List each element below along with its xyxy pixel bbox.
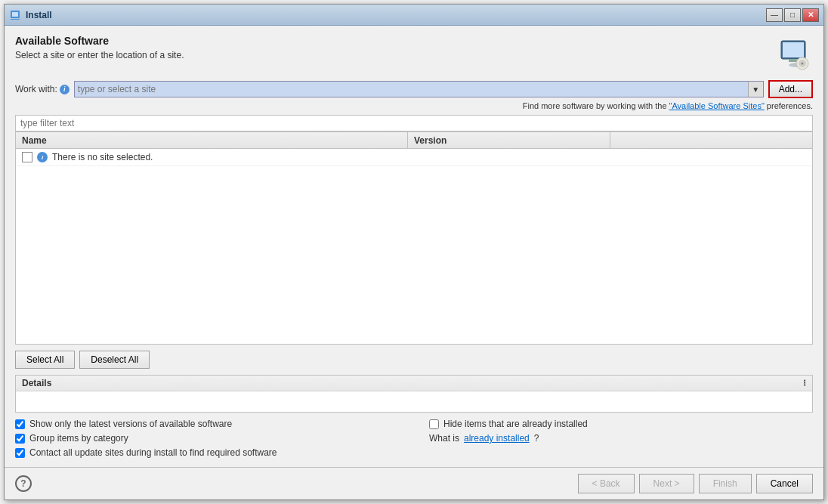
header-section: Available Software Select a site or ente… <box>15 35 813 71</box>
content-area: Available Software Select a site or ente… <box>5 26 823 467</box>
work-with-input[interactable] <box>75 82 748 97</box>
svg-rect-1 <box>12 12 18 17</box>
group-category-label: Group items by category <box>29 433 128 444</box>
prefs-text-before: Find more software by working with the <box>523 101 669 110</box>
what-is-text-after: ? <box>534 433 539 444</box>
table-body: i There is no site selected. <box>16 149 812 344</box>
title-bar-buttons: — □ ✕ <box>766 8 819 22</box>
details-scroll[interactable]: ⁝ <box>803 378 806 388</box>
install-window: Install — □ ✕ Available Software Select … <box>4 4 824 500</box>
help-button[interactable]: ? <box>15 475 32 492</box>
page-title: Available Software <box>15 35 184 47</box>
details-label: Details <box>22 378 51 388</box>
details-header: Details ⁝ <box>16 376 812 391</box>
show-latest-checkbox[interactable] <box>15 419 25 429</box>
finish-button[interactable]: Finish <box>699 474 752 493</box>
maximize-button[interactable]: □ <box>784 8 801 22</box>
close-button[interactable]: ✕ <box>802 8 819 22</box>
page-subtitle: Select a site or enter the location of a… <box>15 50 184 60</box>
filter-input[interactable] <box>15 115 813 131</box>
what-is-installed-row: What is already installed ? <box>429 433 813 444</box>
col-left: Show only the latest versions of availab… <box>15 419 399 458</box>
software-icon <box>777 35 813 71</box>
work-with-input-wrap: ▼ <box>74 81 764 97</box>
group-category-checkbox[interactable] <box>15 434 25 444</box>
software-table: Name Version i There is no site selected… <box>15 131 813 345</box>
svg-point-9 <box>802 63 804 65</box>
svg-rect-4 <box>783 42 804 57</box>
next-button[interactable]: Next > <box>639 474 694 493</box>
title-bar: Install — □ ✕ <box>5 5 823 26</box>
cancel-button[interactable]: Cancel <box>756 474 813 493</box>
bottom-left: ? <box>15 475 32 492</box>
hide-installed-label: Hide items that are already installed <box>443 419 588 429</box>
hide-installed-checkbox[interactable] <box>429 419 439 429</box>
show-latest-row: Show only the latest versions of availab… <box>15 419 399 429</box>
what-is-text: What is <box>429 433 459 444</box>
col-version: Version <box>408 132 610 148</box>
show-latest-label: Show only the latest versions of availab… <box>29 419 232 429</box>
col-name: Name <box>16 132 408 148</box>
row-info-icon: i <box>37 152 48 162</box>
contact-sites-row: Contact all update sites during install … <box>15 447 399 458</box>
contact-sites-checkbox[interactable] <box>15 448 25 458</box>
details-body <box>16 391 812 412</box>
group-category-row: Group items by category <box>15 433 399 444</box>
work-with-label: Work with: i <box>15 84 70 94</box>
no-site-message: There is no site selected. <box>52 152 153 162</box>
deselect-all-button[interactable]: Deselect All <box>79 351 150 369</box>
table-header: Name Version <box>16 132 812 149</box>
table-row: i There is no site selected. <box>16 149 812 166</box>
prefs-text-after: preferences. <box>765 101 813 110</box>
row-checkbox[interactable] <box>22 152 32 162</box>
dropdown-arrow[interactable]: ▼ <box>748 82 763 97</box>
checkboxes-section: Show only the latest versions of availab… <box>15 419 813 458</box>
prefs-link[interactable]: "Available Software Sites" <box>669 101 765 110</box>
col-extra <box>610 132 812 148</box>
already-installed-link[interactable]: already installed <box>464 433 530 444</box>
work-with-row: Work with: i ▼ Add... <box>15 80 813 98</box>
header-text: Available Software Select a site or ente… <box>15 35 184 60</box>
bottom-bar: ? < Back Next > Finish Cancel <box>5 467 823 499</box>
svg-rect-2 <box>11 19 20 20</box>
contact-sites-label: Contact all update sites during install … <box>29 447 277 458</box>
selection-buttons: Select All Deselect All <box>15 345 813 375</box>
prefs-link-row: Find more software by working with the "… <box>15 101 813 110</box>
minimize-button[interactable]: — <box>766 8 783 22</box>
back-button[interactable]: < Back <box>578 474 635 493</box>
select-all-button[interactable]: Select All <box>15 351 75 369</box>
details-section: Details ⁝ <box>15 375 813 413</box>
col-right: Hide items that are already installed Wh… <box>429 419 813 458</box>
bottom-right: < Back Next > Finish Cancel <box>578 474 813 493</box>
info-icon: i <box>60 85 70 94</box>
hide-installed-row: Hide items that are already installed <box>429 419 813 429</box>
add-button[interactable]: Add... <box>768 80 813 98</box>
window-icon <box>9 9 21 21</box>
window-title: Install <box>26 10 766 20</box>
